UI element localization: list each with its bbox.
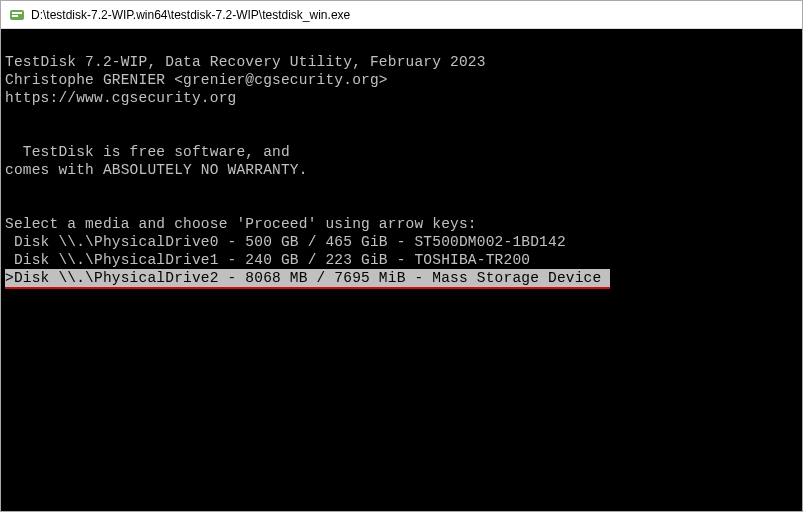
svg-rect-1	[12, 12, 22, 14]
header-line-2: Christophe GRENIER <grenier@cgsecurity.o…	[5, 72, 388, 88]
header-line-1: TestDisk 7.2-WIP, Data Recovery Utility,…	[5, 54, 486, 70]
free-software-line-1: TestDisk is free software, and	[5, 144, 290, 160]
disk-row-1[interactable]: Disk \\.\PhysicalDrive1 - 240 GB / 223 G…	[5, 252, 530, 268]
select-media-prompt: Select a media and choose 'Proceed' usin…	[5, 216, 477, 232]
svg-rect-2	[12, 15, 18, 17]
window-titlebar[interactable]: D:\testdisk-7.2-WIP.win64\testdisk-7.2-W…	[1, 1, 802, 29]
window-title: D:\testdisk-7.2-WIP.win64\testdisk-7.2-W…	[31, 8, 350, 22]
free-software-line-2: comes with ABSOLUTELY NO WARRANTY.	[5, 162, 308, 178]
header-line-3: https://www.cgsecurity.org	[5, 90, 236, 106]
app-icon	[9, 7, 25, 23]
terminal-area: TestDisk 7.2-WIP, Data Recovery Utility,…	[1, 29, 802, 511]
disk-row-0[interactable]: Disk \\.\PhysicalDrive0 - 500 GB / 465 G…	[5, 234, 566, 250]
disk-row-2-selected[interactable]: >Disk \\.\PhysicalDrive2 - 8068 MB / 769…	[5, 269, 610, 287]
